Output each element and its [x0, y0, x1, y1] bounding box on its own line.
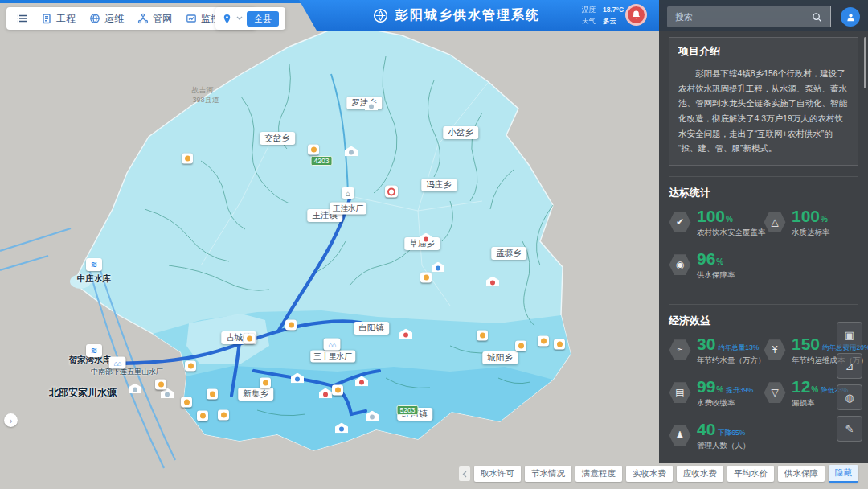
bottom-tab-bar: 取水许可 节水情况 满意程度 实收水费 应收水费 平均水价 供水保障 隐藏 [459, 465, 858, 483]
nav-item-operations[interactable]: 运维 [89, 12, 124, 26]
stat-value: 40 [697, 420, 715, 438]
stat-value: 12 [792, 377, 810, 396]
tab-fees-receivable[interactable]: 应收水费 [677, 466, 723, 482]
map-label-plant-label[interactable]: 三十里水厂 [310, 351, 355, 363]
globe-tool-button[interactable]: ◍ [837, 384, 862, 410]
pump-station-icon[interactable]: ⌂ [342, 187, 354, 199]
water-plant-icon[interactable]: ⌂⌂ [324, 339, 341, 351]
village-pin-marker[interactable] [420, 273, 432, 283]
weather-info: 温度18.7°C 天气多云 [582, 4, 624, 27]
village-pin-marker[interactable] [477, 331, 488, 341]
map-label-plant-label[interactable]: 王洼水厂 [330, 203, 366, 215]
clipboard-icon [41, 13, 52, 24]
stat-unit: % [821, 215, 828, 224]
village-pin-marker[interactable] [260, 378, 271, 388]
village-pin-marker[interactable] [538, 336, 549, 347]
stat-badge: 约年总量13% [718, 343, 759, 351]
village-pin-marker[interactable] [285, 320, 297, 331]
road-shield: 4203 [311, 156, 333, 166]
economic-benefit-section: 经济效益 ≈30约年总量13%年节约水量（万方）¥150约年总费用20%年节约运… [669, 304, 858, 464]
region-chip[interactable]: 全县 [247, 11, 279, 27]
tab-water-saving[interactable]: 节水情况 [525, 466, 571, 482]
map-label-town[interactable]: 城阳乡 [482, 351, 518, 364]
tab-average-price[interactable]: 平均水价 [727, 466, 774, 482]
hide-button[interactable]: 隐藏 [829, 465, 858, 483]
village-pin-marker[interactable] [515, 341, 526, 351]
pencil-icon: ✎ [845, 423, 854, 435]
stat-unit: % [716, 257, 723, 266]
nav-item-engineering[interactable]: 工程 [41, 12, 76, 26]
map-label-town[interactable]: 交岔乡 [260, 132, 295, 145]
water-save-icon: ≈ [669, 339, 691, 361]
stat-unit: % [726, 215, 733, 224]
map-tools: ▣⊿◍✎ [837, 322, 862, 442]
globe-icon: ◍ [845, 392, 854, 404]
ruler-tool-button[interactable]: ⊿ [837, 353, 862, 379]
village-pin-marker[interactable] [244, 334, 255, 344]
village-pin-marker[interactable] [185, 361, 196, 372]
stat-item: ✔100%农村饮水安全覆盖率 [669, 208, 764, 238]
stat-value: 96 [697, 249, 715, 268]
stat-badge: 下降65% [718, 429, 745, 437]
map-label-town[interactable]: 小岔乡 [443, 126, 478, 139]
cube-tool-button[interactable]: ▣ [837, 322, 862, 347]
map-label-town[interactable]: 孟塬乡 [491, 247, 526, 260]
map-label-town[interactable]: 冯庄乡 [421, 179, 457, 191]
stat-value: 99 [697, 377, 715, 396]
network-icon [137, 13, 149, 24]
nav-item-pipenetwork[interactable]: 管网 [137, 12, 172, 26]
economy-title: 经济效益 [669, 314, 858, 328]
tab-water-permit[interactable]: 取水许可 [474, 466, 521, 482]
stat-value: 30 [697, 335, 715, 353]
drop-icon: ◉ [669, 253, 691, 276]
alarm-button[interactable] [625, 4, 647, 26]
map-label-res-big: 北部安家川水源 [49, 386, 117, 400]
stat-value: 100 [697, 207, 725, 225]
cube-icon: ▣ [845, 329, 854, 341]
alarm-marker[interactable] [385, 186, 398, 198]
tab-fees-received[interactable]: 实收水费 [626, 466, 673, 482]
village-pin-marker[interactable] [182, 154, 193, 164]
expand-button[interactable]: › [4, 413, 18, 427]
chevron-left-icon[interactable] [459, 466, 470, 481]
stat-item: ♟40下降65%管理人数（人） [669, 421, 764, 451]
water-plant-icon[interactable]: ⌂⌂ [109, 357, 126, 369]
stat-label: 农村饮水安全覆盖率 [697, 228, 766, 238]
village-pin-marker[interactable] [308, 145, 319, 155]
standards-stats-section: 达标统计 ✔100%农村饮水安全覆盖率△100%水质达标率◉96%供水保障率 [669, 176, 858, 294]
village-pin-marker[interactable] [207, 389, 218, 400]
safety-icon: ✔ [669, 211, 691, 233]
tab-supply-guarantee[interactable]: 供水保障 [778, 466, 825, 482]
flask-icon: △ [764, 211, 786, 233]
panel-scrollbar[interactable] [864, 37, 866, 88]
village-pin-marker[interactable] [197, 411, 208, 421]
reservoir-icon[interactable]: ≋ [86, 344, 102, 357]
map-pin-icon [222, 14, 232, 24]
menu-icon[interactable] [16, 13, 27, 24]
search-input[interactable] [667, 6, 803, 27]
pencil-tool-button[interactable]: ✎ [837, 416, 862, 442]
globe-icon [89, 13, 100, 24]
search-icon[interactable] [803, 6, 831, 27]
user-avatar[interactable] [841, 7, 860, 27]
map-label-town[interactable]: 白阳镇 [354, 322, 389, 335]
region-selector[interactable]: 全县 [215, 7, 285, 30]
stat-value: 100 [792, 207, 820, 225]
intro-title: 项目介绍 [678, 44, 849, 59]
ruler-icon: ⊿ [845, 360, 854, 372]
map-label-town[interactable]: 新集乡 [238, 388, 273, 401]
village-pin-marker[interactable] [181, 397, 192, 408]
yen-icon: ¥ [764, 339, 786, 361]
stat-value: 150 [792, 335, 820, 353]
tab-satisfaction[interactable]: 满意程度 [575, 466, 622, 482]
village-pin-marker[interactable] [554, 339, 565, 350]
village-pin-marker[interactable] [155, 380, 166, 390]
reservoir-icon[interactable]: ≋ [86, 258, 102, 271]
stat-label: 管理人数（人） [697, 441, 751, 451]
village-pin-marker[interactable] [332, 385, 343, 396]
village-pin-marker[interactable] [218, 410, 229, 421]
map-label-res: 中庄水库 [77, 273, 111, 285]
map-label-base: 398县道 [192, 95, 219, 105]
stat-label: 水费收缴率 [697, 398, 753, 409]
app-logo [373, 8, 388, 23]
